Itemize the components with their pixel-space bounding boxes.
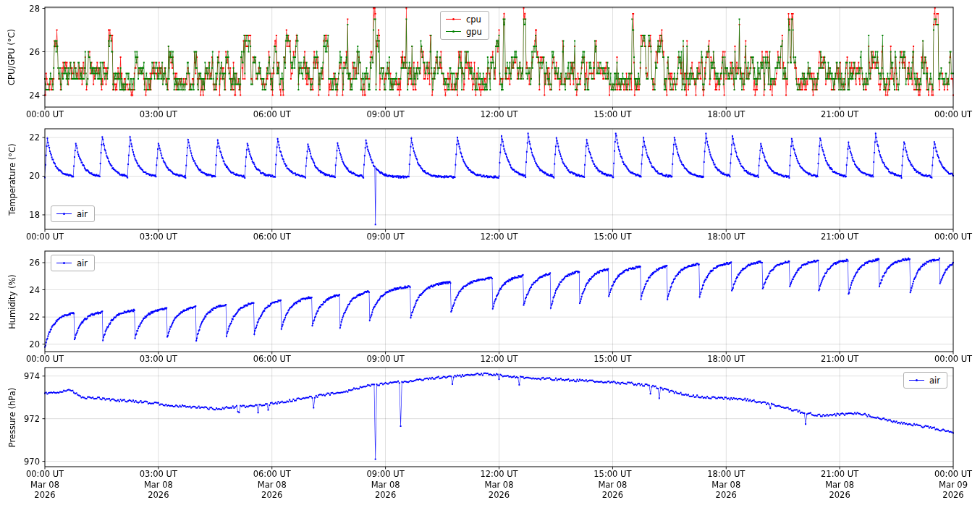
figure: CPU/GPU (°C) Temperature (°C) Humidity (… — [0, 0, 980, 513]
plots-canvas — [0, 0, 980, 513]
